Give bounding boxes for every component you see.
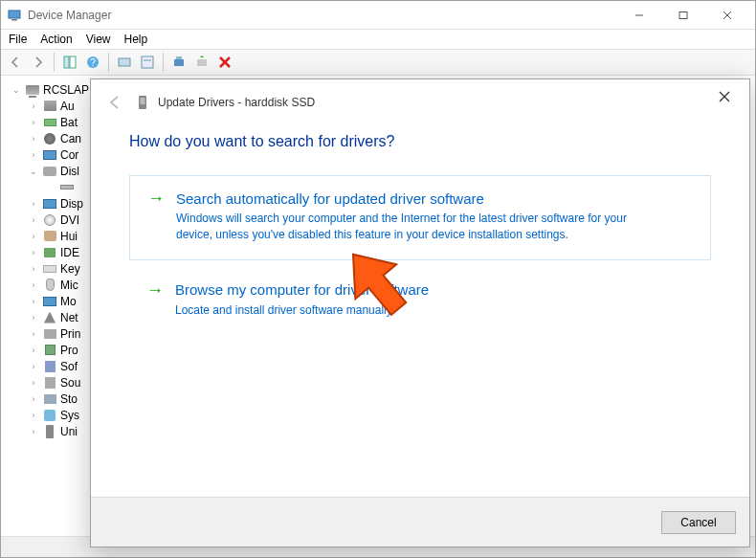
tree-item-label: Sto xyxy=(60,392,78,406)
device-category-icon xyxy=(42,261,57,277)
tree-item-label: Disl xyxy=(60,165,79,178)
device-category-icon xyxy=(42,310,57,325)
dialog-header: Update Drivers - harddisk SSD xyxy=(91,79,749,125)
forward-button[interactable] xyxy=(28,52,49,73)
option-search-automatically[interactable]: → Search automatically for updated drive… xyxy=(129,175,711,260)
dialog-close-button[interactable] xyxy=(705,83,744,110)
window-controls xyxy=(617,1,749,30)
arrow-right-icon: → xyxy=(146,281,164,299)
chevron-right-icon[interactable]: › xyxy=(28,134,39,144)
toolbar-divider xyxy=(163,53,164,72)
tree-item-label: Sof xyxy=(60,360,78,373)
menu-help[interactable]: Help xyxy=(124,33,148,46)
toolbar-divider xyxy=(54,53,55,72)
option-title: Browse my computer for driver software xyxy=(175,281,429,298)
chevron-right-icon[interactable]: › xyxy=(28,199,39,209)
maximize-button[interactable] xyxy=(661,1,705,30)
chevron-right-icon[interactable]: › xyxy=(28,215,39,225)
chevron-right-icon[interactable]: › xyxy=(28,232,39,241)
svg-rect-21 xyxy=(141,98,145,104)
help-button[interactable]: ? xyxy=(82,52,103,73)
device-category-icon xyxy=(42,147,57,163)
device-category-icon xyxy=(42,229,57,244)
chevron-right-icon[interactable]: › xyxy=(28,411,39,420)
back-button[interactable] xyxy=(5,52,26,73)
svg-rect-11 xyxy=(142,56,153,68)
option-description: Locate and install driver software manua… xyxy=(175,302,634,319)
svg-rect-6 xyxy=(64,56,69,68)
chevron-right-icon[interactable]: › xyxy=(28,427,39,436)
svg-rect-13 xyxy=(174,59,184,66)
tree-item-label: Net xyxy=(60,311,78,324)
device-category-icon xyxy=(42,164,57,179)
svg-text:?: ? xyxy=(90,57,96,68)
tree-item-label: Au xyxy=(60,100,75,113)
svg-rect-7 xyxy=(70,56,76,68)
dialog-footer: Cancel xyxy=(91,497,749,547)
toolbar: ? xyxy=(1,49,755,76)
chevron-right-icon[interactable]: › xyxy=(28,362,39,371)
properties-button[interactable] xyxy=(137,52,158,73)
tree-item-label: Disp xyxy=(60,197,83,211)
svg-rect-1 xyxy=(11,19,17,21)
svg-rect-3 xyxy=(679,11,687,18)
device-icon xyxy=(59,180,75,195)
computer-icon xyxy=(25,82,40,98)
tree-item-label: Prin xyxy=(60,327,80,341)
tree-item-label: Mo xyxy=(60,295,77,308)
drive-icon xyxy=(135,95,150,110)
chevron-right-icon[interactable]: › xyxy=(28,118,39,127)
device-category-icon xyxy=(42,115,57,130)
chevron-right-icon[interactable]: › xyxy=(28,346,39,355)
menu-view[interactable]: View xyxy=(86,33,111,46)
device-category-icon xyxy=(42,196,57,212)
chevron-right-icon[interactable]: › xyxy=(28,264,39,274)
chevron-down-icon[interactable]: ⌄ xyxy=(28,167,39,176)
chevron-down-icon[interactable]: ⌄ xyxy=(11,85,22,95)
tree-item-label: Hui xyxy=(60,230,78,243)
dialog-question: How do you want to search for drivers? xyxy=(129,133,711,150)
disable-icon[interactable] xyxy=(214,52,235,73)
scan-button[interactable] xyxy=(114,52,135,73)
device-category-icon xyxy=(42,278,57,293)
close-button[interactable] xyxy=(705,1,749,30)
chevron-right-icon[interactable]: › xyxy=(28,297,39,306)
menu-action[interactable]: Action xyxy=(40,33,72,46)
cancel-button[interactable]: Cancel xyxy=(661,511,736,534)
chevron-right-icon[interactable]: › xyxy=(28,329,39,339)
uninstall-icon[interactable] xyxy=(191,52,212,73)
chevron-right-icon[interactable]: › xyxy=(28,313,39,323)
tree-item-label: DVI xyxy=(60,213,79,227)
chevron-right-icon[interactable]: › xyxy=(28,394,39,404)
svg-rect-15 xyxy=(197,59,207,66)
menu-file[interactable]: File xyxy=(9,33,27,46)
minimize-button[interactable] xyxy=(617,1,661,30)
device-category-icon xyxy=(42,99,57,114)
device-category-icon xyxy=(42,424,57,439)
dialog-title: Update Drivers - harddisk SSD xyxy=(158,96,315,109)
app-icon xyxy=(7,8,22,23)
device-category-icon xyxy=(42,326,57,342)
chevron-right-icon[interactable]: › xyxy=(28,378,39,388)
tree-root-label: RCSLAP xyxy=(43,83,89,97)
option-browse-computer[interactable]: → Browse my computer for driver software… xyxy=(129,281,711,319)
window-title: Device Manager xyxy=(28,9,617,22)
chevron-right-icon[interactable]: › xyxy=(28,101,39,111)
arrow-right-icon: → xyxy=(147,190,165,207)
tree-item-label: Sys xyxy=(60,409,79,422)
tree-item-label: Sou xyxy=(60,376,80,390)
device-category-icon xyxy=(42,359,57,374)
show-hide-tree-button[interactable] xyxy=(59,52,80,73)
tree-item-label: Can xyxy=(60,132,81,145)
device-category-icon xyxy=(42,375,57,391)
dialog-back-button[interactable] xyxy=(102,90,127,115)
update-driver-icon[interactable] xyxy=(168,52,189,73)
chevron-right-icon[interactable]: › xyxy=(28,248,39,257)
chevron-right-icon[interactable]: › xyxy=(28,280,39,290)
device-category-icon xyxy=(42,212,57,228)
device-category-icon xyxy=(42,245,57,260)
tree-item-label: Uni xyxy=(60,425,78,438)
svg-rect-10 xyxy=(119,58,130,66)
tree-item-label: IDE xyxy=(60,246,79,259)
chevron-right-icon[interactable]: › xyxy=(28,150,39,160)
